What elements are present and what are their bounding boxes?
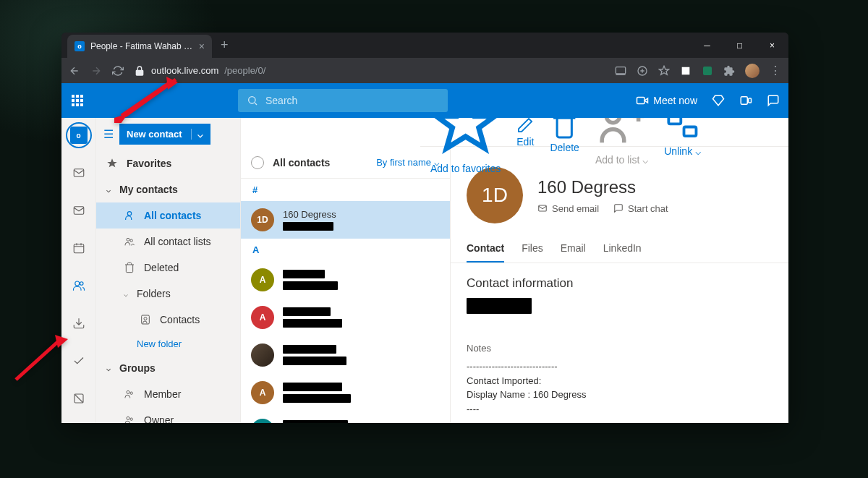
people-icon bbox=[124, 236, 135, 247]
rail-more-icon[interactable] bbox=[67, 387, 90, 410]
add-to-list-button[interactable]: Add to list ⌵ bbox=[595, 118, 648, 166]
new-contact-button[interactable]: New contact ⌵ bbox=[119, 124, 210, 145]
contact-avatar: 1D bbox=[251, 208, 274, 231]
address-bar: outlook.live.com/people/0/ ⋮ bbox=[61, 58, 788, 83]
sidebar-my-contacts[interactable]: ⌵ My contacts bbox=[96, 176, 240, 202]
svg-point-13 bbox=[127, 212, 131, 215]
sidebar-contacts-folder[interactable]: Contacts bbox=[96, 307, 240, 333]
menu-icon[interactable]: ⋮ bbox=[770, 64, 781, 77]
contact-info bbox=[283, 307, 440, 328]
plus-circle-icon[interactable] bbox=[637, 65, 648, 77]
browser-tabbar: o People - Fatima Wahab - Outloo × + ─ □… bbox=[61, 33, 788, 58]
notes-label: Notes bbox=[467, 343, 773, 354]
extensions-icon[interactable] bbox=[723, 65, 735, 77]
star-icon[interactable] bbox=[658, 65, 670, 77]
contact-info: 160 Degress bbox=[283, 209, 440, 231]
contact-list-pane: All contacts By first name ⌵ #1D160 Degr… bbox=[241, 147, 451, 423]
minimize-button[interactable]: ─ bbox=[691, 33, 723, 58]
sidebar-deleted[interactable]: Deleted bbox=[96, 255, 240, 281]
app-launcher-icon[interactable] bbox=[70, 95, 85, 106]
sidebar-owner[interactable]: Owner bbox=[96, 407, 240, 423]
contact-row[interactable]: 1D160 Degress bbox=[241, 201, 450, 239]
rail-mail-icon[interactable] bbox=[67, 161, 90, 184]
sidebar-groups[interactable]: ⌵ Groups bbox=[96, 355, 240, 381]
contact-avatar: A bbox=[251, 381, 274, 404]
chevron-down-icon: ⌵ bbox=[106, 186, 111, 194]
close-window-button[interactable]: × bbox=[756, 33, 788, 58]
new-tab-button[interactable]: + bbox=[221, 38, 229, 53]
tab-files[interactable]: Files bbox=[522, 235, 543, 263]
svg-rect-6 bbox=[749, 98, 752, 103]
chevron-down-icon: ⌵ bbox=[106, 364, 111, 372]
sidebar-all-contact-lists[interactable]: All contact lists bbox=[96, 229, 240, 255]
app-ribbon: Meet now bbox=[61, 83, 788, 118]
svg-rect-23 bbox=[669, 118, 681, 124]
tab-contact[interactable]: Contact bbox=[467, 235, 504, 263]
back-icon[interactable] bbox=[69, 65, 80, 77]
send-email-button[interactable]: Send email bbox=[537, 203, 599, 214]
contact-row[interactable]: A bbox=[241, 374, 450, 411]
unlink-button[interactable]: Unlink ⌵ bbox=[664, 118, 701, 157]
svg-point-22 bbox=[606, 118, 619, 123]
forward-icon[interactable] bbox=[90, 65, 102, 77]
chevron-down-icon[interactable]: ⌵ bbox=[191, 129, 203, 140]
command-toolbar: Add to favorites Edit Delete Add to list… bbox=[420, 118, 788, 147]
profile-avatar[interactable] bbox=[745, 64, 760, 78]
browser-tab[interactable]: o People - Fatima Wahab - Outloo × bbox=[67, 35, 212, 58]
detail-pane: 1D 160 Degress Send email Start chat Con… bbox=[451, 147, 788, 423]
svg-point-19 bbox=[130, 392, 132, 394]
svg-point-15 bbox=[130, 239, 132, 242]
chat-icon[interactable] bbox=[767, 94, 780, 107]
contact-row[interactable]: AH bbox=[241, 411, 450, 423]
rail-people-icon[interactable] bbox=[67, 274, 90, 297]
url-field[interactable]: outlook.live.com/people/0/ bbox=[134, 65, 605, 77]
svg-rect-2 bbox=[703, 67, 712, 75]
reload-icon[interactable] bbox=[112, 65, 124, 77]
select-all-checkbox[interactable] bbox=[251, 156, 264, 169]
rail-todo-icon[interactable] bbox=[67, 349, 90, 372]
sidebar-folders[interactable]: ⌵ Folders bbox=[96, 281, 240, 307]
meet-now-button[interactable]: Meet now bbox=[636, 94, 697, 107]
contact-information-title: Contact information bbox=[467, 276, 773, 291]
edit-button[interactable]: Edit bbox=[516, 118, 534, 148]
sidebar-member[interactable]: Member bbox=[96, 381, 240, 407]
search-input[interactable] bbox=[265, 95, 439, 106]
svg-point-20 bbox=[127, 417, 129, 419]
contact-row[interactable]: A bbox=[241, 261, 450, 299]
extension-icon-2[interactable] bbox=[702, 65, 713, 77]
rail-mail2-icon[interactable] bbox=[67, 199, 90, 222]
contact-row[interactable]: A bbox=[241, 299, 450, 336]
svg-rect-9 bbox=[74, 244, 84, 253]
people-icon bbox=[124, 414, 135, 423]
maximize-button[interactable]: □ bbox=[723, 33, 756, 58]
list-letter-header: # bbox=[241, 179, 450, 201]
new-folder-link[interactable]: New folder bbox=[96, 333, 240, 355]
svg-point-11 bbox=[80, 282, 83, 286]
search-box[interactable] bbox=[238, 89, 448, 112]
svg-point-21 bbox=[130, 418, 132, 420]
contact-avatar: A bbox=[251, 268, 274, 291]
sidebar-favorites[interactable]: Favorites bbox=[96, 150, 240, 176]
tab-linkedin[interactable]: LinkedIn bbox=[603, 235, 642, 263]
rail-outlook-icon[interactable]: o bbox=[67, 124, 90, 147]
redacted-value bbox=[283, 222, 333, 231]
rail-files-icon[interactable] bbox=[67, 312, 90, 335]
browser-window: o People - Fatima Wahab - Outloo × + ─ □… bbox=[61, 33, 788, 423]
contact-row[interactable] bbox=[241, 336, 450, 374]
search-icon bbox=[247, 95, 258, 106]
close-tab-icon[interactable]: × bbox=[199, 40, 205, 52]
detail-tabs: Contact Files Email LinkedIn bbox=[451, 235, 788, 263]
url-path: /people/0/ bbox=[224, 65, 265, 76]
sidebar-all-contacts[interactable]: All contacts bbox=[96, 202, 240, 229]
person-icon bbox=[124, 210, 135, 221]
teams-icon[interactable] bbox=[739, 94, 752, 107]
start-chat-button[interactable]: Start chat bbox=[613, 203, 668, 214]
extension-icon-1[interactable] bbox=[680, 65, 692, 77]
add-to-favorites-button[interactable]: Add to favorites bbox=[430, 118, 501, 174]
diamond-icon[interactable] bbox=[712, 94, 725, 107]
cast-icon[interactable] bbox=[615, 65, 626, 77]
delete-button[interactable]: Delete bbox=[550, 118, 579, 153]
rail-calendar-icon[interactable] bbox=[67, 236, 90, 260]
tab-email[interactable]: Email bbox=[561, 235, 586, 263]
hamburger-icon[interactable]: ☰ bbox=[103, 127, 114, 141]
